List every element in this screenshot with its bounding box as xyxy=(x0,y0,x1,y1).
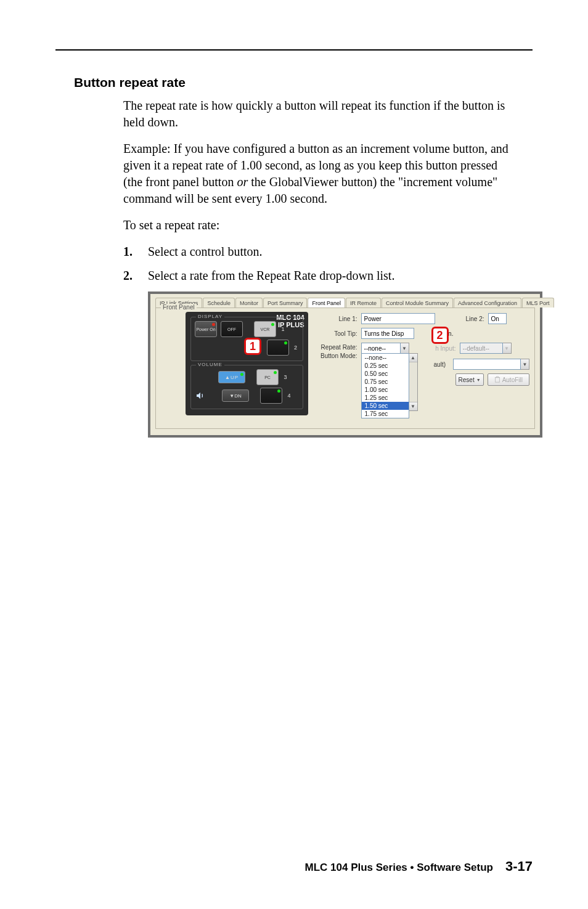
power-on-button[interactable]: Power On xyxy=(195,321,217,337)
tab-strip: IP Link Settings Schedule Monitor Port S… xyxy=(150,294,540,308)
switchinput-label: h Input: xyxy=(433,345,456,352)
switchinput-input xyxy=(460,343,503,354)
tab-frontpanel[interactable]: Front Panel xyxy=(308,298,345,308)
repeatrate-display[interactable] xyxy=(361,343,401,354)
tab-mlsport[interactable]: MLS Port xyxy=(522,298,554,308)
tab-irremote[interactable]: IR Remote xyxy=(346,298,381,308)
volume-up-button[interactable]: ▲ UP xyxy=(218,371,245,383)
paragraph-example: Example: If you have configured a button… xyxy=(123,141,514,207)
volume-label: VOLUME xyxy=(196,362,224,367)
list-item[interactable]: 1.00 sec xyxy=(362,386,409,394)
page-footer: MLC 104 Plus Series • Software Setup 3-1… xyxy=(55,858,533,874)
svg-rect-0 xyxy=(495,378,499,383)
list-item[interactable]: 0.25 sec xyxy=(362,362,409,370)
front-panel-groupbox: Front Panel MLC 104 IP PLUS DISPLAY Powe… xyxy=(155,308,535,429)
tab-portsummary[interactable]: Port Summary xyxy=(263,298,308,308)
line1-input[interactable] xyxy=(361,313,435,324)
chevron-down-icon[interactable]: ▼ xyxy=(401,343,409,354)
row-switchinput: h Input: ▼ xyxy=(433,343,529,354)
scroll-down-icon[interactable]: ▼ xyxy=(409,402,417,410)
repeatrate-listbox[interactable]: --none-- 0.25 sec 0.50 sec 0.75 sec 1.00… xyxy=(361,353,409,418)
callout-1: 1 xyxy=(244,338,261,355)
line1-label: Line 1: xyxy=(316,316,357,322)
volume-down-button[interactable]: ▼ DN xyxy=(222,389,249,402)
section-heading: Button repeat rate xyxy=(74,75,533,90)
index-2: 2 xyxy=(293,344,299,351)
listbox-scrollbar[interactable]: ▲ ▼ xyxy=(409,353,418,411)
step-2: 2. Select a rate from the Repeat Rate dr… xyxy=(123,267,514,284)
pc-button[interactable]: PC xyxy=(256,369,279,385)
reset-button[interactable]: Reset ▼ xyxy=(455,373,484,386)
page: Button repeat rate The repeat rate is ho… xyxy=(0,0,588,909)
volume-row2: ▼ DN 4 xyxy=(195,388,299,404)
step-number: 1. xyxy=(123,243,148,260)
form-column: Line 1: Line 2: Tool Tip: on. xyxy=(316,312,529,422)
index-3: 3 xyxy=(282,374,288,380)
paragraph-intro-steps: To set a repeat rate: xyxy=(123,217,514,234)
right-stack: h Input: ▼ ault) xyxy=(433,343,529,389)
vcr-label: VCR xyxy=(261,327,270,332)
switchinput-combo: ▼ xyxy=(460,343,512,354)
led-icon xyxy=(212,323,215,326)
tab-monitor[interactable]: Monitor xyxy=(235,298,263,308)
mlc-device: MLC 104 IP PLUS DISPLAY Power On OFF VCR… xyxy=(186,312,308,415)
tab-schedule[interactable]: Schedule xyxy=(203,298,235,308)
vcr-button[interactable]: VCR xyxy=(254,321,276,337)
list-item[interactable]: --none-- xyxy=(362,354,409,362)
ault-combo[interactable]: ▼ xyxy=(453,359,529,370)
footer-page-number: 3-17 xyxy=(505,858,533,874)
footer-text: MLC 104 Plus Series • Software Setup xyxy=(305,862,493,874)
row-tooltip: Tool Tip: on. xyxy=(316,328,529,339)
off-button[interactable]: OFF xyxy=(221,321,243,337)
tab-ctrlmodsummary[interactable]: Control Module Summary xyxy=(382,298,453,308)
line2-input[interactable] xyxy=(488,313,507,324)
list-item[interactable]: 0.75 sec xyxy=(362,378,409,386)
row-ault: ault) ▼ xyxy=(433,359,529,370)
list-item[interactable]: 1.25 sec xyxy=(362,394,409,402)
steps-list: 1. Select a control button. 2. Select a … xyxy=(123,243,514,284)
voldn-label: DN xyxy=(234,393,242,399)
ault-input[interactable] xyxy=(453,359,521,370)
tab-advanced[interactable]: Advanced Configuration xyxy=(454,298,521,308)
pc-label: PC xyxy=(264,375,271,380)
input-2-button[interactable] xyxy=(267,340,289,356)
volup-label: UP xyxy=(231,375,239,380)
chevron-down-icon: ▼ xyxy=(503,343,512,354)
row-line1-line2: Line 1: Line 2: xyxy=(316,313,529,324)
repeatrate-combo[interactable]: ▼ xyxy=(361,343,409,354)
input-4-button[interactable] xyxy=(260,388,282,404)
chevron-down-icon[interactable]: ▼ xyxy=(521,359,529,370)
chevron-down-icon: ▼ xyxy=(476,378,481,382)
callout-2: 2 xyxy=(431,327,449,344)
volume-section: VOLUME ▲ UP PC 3 xyxy=(190,365,303,409)
buttonmode-label: Button Mode: xyxy=(316,353,357,359)
tooltip-label: Tool Tip: xyxy=(316,330,357,337)
step-number: 2. xyxy=(123,267,148,284)
led-icon xyxy=(277,389,280,393)
example-or: or xyxy=(237,175,248,189)
scroll-up-icon[interactable]: ▲ xyxy=(409,354,417,362)
tooltip-input-left[interactable] xyxy=(361,328,414,339)
row-reset-autofill: Reset ▼ AutoFill xyxy=(433,373,529,386)
top-rule xyxy=(55,49,533,51)
step-text: Select a control button. xyxy=(148,243,514,260)
list-item[interactable]: 1.75 sec xyxy=(362,410,409,418)
row-buttonmode: Button Mode: xyxy=(316,353,357,359)
figure-wrapper: IP Link Settings Schedule Monitor Port S… xyxy=(148,291,533,438)
led-icon xyxy=(240,373,243,376)
list-item-selected[interactable]: 1.50 sec xyxy=(362,402,409,410)
autofill-button[interactable]: AutoFill xyxy=(488,373,529,386)
power-on-label: Power On xyxy=(196,327,215,332)
repeatrate-label: Repeat Rate: xyxy=(316,343,357,351)
groupbox-label: Front Panel xyxy=(161,304,197,311)
led-icon xyxy=(271,323,274,326)
step-text: Select a rate from the Repeat Rate drop-… xyxy=(148,267,514,284)
list-item[interactable]: 0.50 sec xyxy=(362,370,409,378)
display-label: DISPLAY xyxy=(196,314,224,319)
display-row1: Power On OFF VCR 1 xyxy=(195,321,299,337)
paragraph-repeat-definition: The repeat rate is how quickly a button … xyxy=(123,97,514,131)
front-panel-figure: IP Link Settings Schedule Monitor Port S… xyxy=(148,291,542,438)
off-label: OFF xyxy=(227,327,236,332)
ault-text: ault) xyxy=(434,361,446,368)
led-icon xyxy=(274,371,277,374)
